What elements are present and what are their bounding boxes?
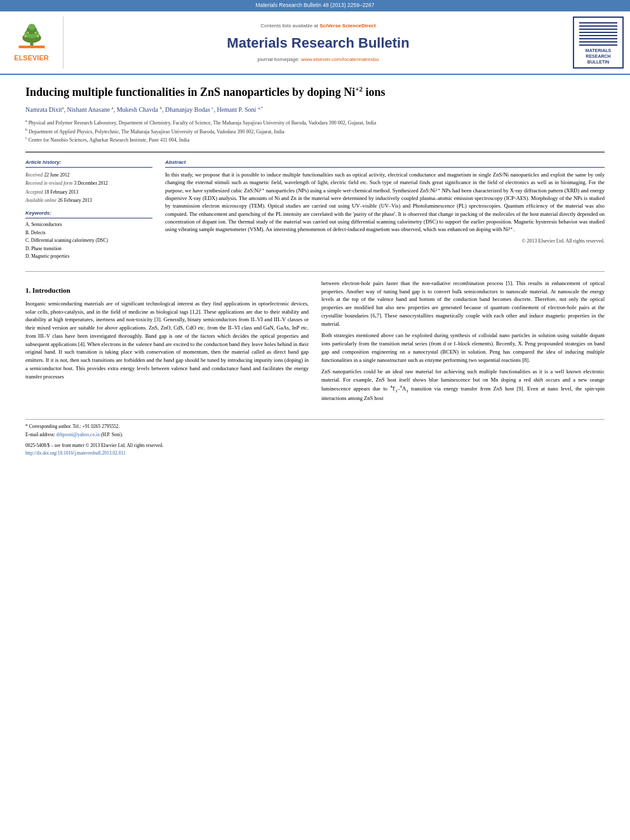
journal-title: Materials Research Bulletin bbox=[227, 34, 409, 53]
accepted-date: Accepted 18 February 2013 bbox=[25, 188, 152, 196]
svg-point-5 bbox=[28, 23, 35, 30]
info-section: Article history: Received 22 June 2012 R… bbox=[25, 152, 605, 262]
intro-para-right-3: ZnS nanoparticles could be an ideal raw … bbox=[321, 368, 605, 402]
elsevier-text: ELSEVIER bbox=[14, 53, 48, 63]
journal-citation-bar: Materials Research Bulletin 48 (2013) 22… bbox=[0, 0, 630, 11]
body-two-col: 1. Introduction Inorganic semiconducting… bbox=[25, 279, 605, 406]
svg-point-9 bbox=[34, 32, 36, 33]
page: Materials Research Bulletin 48 (2013) 22… bbox=[0, 0, 630, 840]
logo-graphic bbox=[579, 20, 617, 46]
intro-para-right-2: Both strategies mentioned above can be e… bbox=[321, 331, 605, 364]
received-date: Received 22 June 2012 bbox=[25, 171, 152, 179]
sciverse-link[interactable]: SciVerse ScienceDirect bbox=[319, 23, 376, 29]
issn-line: 0025-5408/$ – see front matter © 2013 El… bbox=[25, 443, 605, 450]
svg-point-6 bbox=[24, 35, 26, 37]
article-content: Inducing multiple functionalities in ZnS… bbox=[0, 75, 630, 467]
abstract-section: Abstract In this study, we propose that … bbox=[165, 159, 605, 262]
right-logo-text: MATERIALSRESEARCHBULLETIN bbox=[586, 48, 611, 65]
col-right: between electron-hole pairs faster than … bbox=[321, 279, 605, 406]
keyword-1: A. Semiconductors bbox=[25, 222, 152, 229]
affiliations: a Physical and Polymer Research Laborato… bbox=[25, 118, 605, 144]
affiliation-c: c Center for Nanobio Sciences, Agharkar … bbox=[25, 135, 605, 144]
keyword-4: D. Phase transition bbox=[25, 246, 152, 253]
abstract-heading: Abstract bbox=[165, 159, 605, 168]
email-link[interactable]: drhpsoni@yahoo.co.in bbox=[57, 432, 100, 437]
svg-point-8 bbox=[27, 32, 29, 33]
keywords-heading: Keywords: bbox=[25, 210, 152, 218]
copyright-line: © 2013 Elsevier Ltd. All rights reserved… bbox=[165, 237, 605, 244]
article-history-heading: Article history: bbox=[25, 159, 152, 168]
svg-rect-0 bbox=[18, 46, 44, 48]
email-note: E-mail address: drhpsoni@yahoo.co.in (H.… bbox=[25, 432, 605, 439]
article-info-panel: Article history: Received 22 June 2012 R… bbox=[25, 159, 152, 262]
svg-point-7 bbox=[37, 35, 39, 37]
doi-line: http://dx.doi.org/10.1016/j.materresbull… bbox=[25, 450, 605, 457]
keyword-5: D. Magnetic properties bbox=[25, 253, 152, 260]
elsevier-logo: ELSEVIER bbox=[6, 17, 64, 69]
section-1-heading: 1. Introduction bbox=[25, 286, 309, 296]
doi-link[interactable]: http://dx.doi.org/10.1016/j.materresbull… bbox=[25, 450, 126, 456]
col-left: 1. Introduction Inorganic semiconducting… bbox=[25, 279, 309, 406]
contents-available-line: Contents lists available at SciVerse Sci… bbox=[260, 22, 375, 29]
affiliation-b: b Department of Applied Physics, Polytec… bbox=[25, 127, 605, 136]
keyword-3: C. Differential scanning calorimetry (DS… bbox=[25, 237, 152, 244]
journal-center: Contents lists available at SciVerse Sci… bbox=[70, 17, 566, 69]
citation-text: Materials Research Bulletin 48 (2013) 22… bbox=[255, 2, 374, 8]
keywords-section: Keywords: A. Semiconductors B. Defects C… bbox=[25, 210, 152, 260]
available-online-date: Available online 26 February 2013 bbox=[25, 196, 152, 204]
intro-para-left: Inorganic semiconducting materials are o… bbox=[25, 300, 309, 381]
affiliation-a: a Physical and Polymer Research Laborato… bbox=[25, 118, 605, 127]
intro-para-right-1: between electron-hole pairs faster than … bbox=[321, 279, 605, 328]
elsevier-tree-icon bbox=[13, 22, 51, 51]
journal-logo-right: MATERIALSRESEARCHBULLETIN bbox=[573, 17, 624, 69]
homepage-url[interactable]: www.elsevier.com/locate/matresbu bbox=[301, 57, 379, 62]
keyword-2: B. Defects bbox=[25, 230, 152, 237]
authors-line: Namrata Dixita, Nishant Anasane a, Mukes… bbox=[25, 105, 605, 114]
corresponding-author-note: * Corresponding author. Tel.: +91 0265 2… bbox=[25, 423, 605, 430]
abstract-text: In this study, we propose that it is pos… bbox=[165, 171, 605, 234]
article-title: Inducing multiple functionalities in ZnS… bbox=[25, 84, 605, 100]
section-divider bbox=[25, 271, 605, 272]
journal-header: ELSEVIER Contents lists available at Sci… bbox=[0, 11, 630, 75]
journal-homepage: journal homepage: www.elsevier.com/locat… bbox=[257, 56, 379, 63]
footnotes-area: * Corresponding author. Tel.: +91 0265 2… bbox=[25, 419, 605, 457]
revised-date: Received in revised form 3 December 2012 bbox=[25, 179, 152, 187]
